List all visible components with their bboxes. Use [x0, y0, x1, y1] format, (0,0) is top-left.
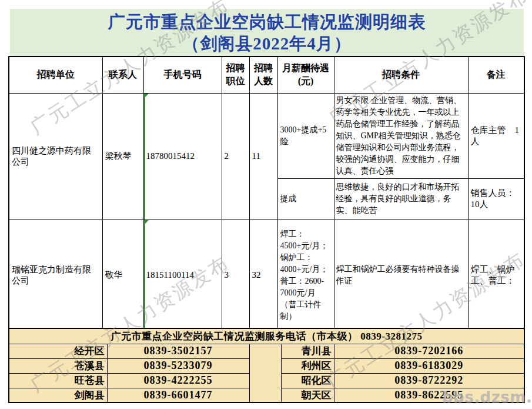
positions-cell: 2 — [222, 93, 249, 220]
phone-cell: 18151100114 — [143, 220, 222, 331]
district-label: 苍溪县 — [9, 358, 107, 373]
hotline-gap-cell — [249, 344, 281, 403]
hotline-header-row: 广元市重点企业空岗缺工情况监测服务电话（市本级） 0839-3281275 — [9, 328, 524, 344]
phone-cell: 18780015412 — [143, 93, 222, 220]
table-row: 瑞铭亚克力制造有限公司 敬华 18151100114 3 32 焊工：4500+… — [9, 220, 524, 331]
phone-value: 18151100114 — [146, 270, 194, 280]
district-phone: 0839-8722292 — [334, 373, 524, 388]
cell-flag-triangle-icon — [144, 220, 149, 225]
people-cell: 32 — [249, 220, 277, 331]
hotline-header: 广元市重点企业空岗缺工情况监测服务电话（市本级） 0839-3281275 — [9, 328, 524, 344]
header-contact: 联系人 — [102, 56, 143, 93]
district-label: 经开区 — [9, 344, 107, 358]
conditions-cell: 焊工和锅炉工必须要有特种设备操作证 — [334, 220, 468, 331]
district-phone: 0839-8622595 — [334, 388, 524, 403]
district-label: 旺苍县 — [9, 373, 107, 388]
header-positions: 招聘职位 — [222, 56, 249, 93]
salary-cell: 焊工：4500+元/月；锅炉工：4000+元/月； 普工：2600-7000元/… — [277, 220, 334, 331]
salary-cell: 3000+提成+5险 — [277, 93, 334, 178]
district-label: 昭化区 — [281, 373, 334, 388]
header-phone: 手机号码 — [143, 56, 222, 93]
hotline-table: 广元市重点企业空岗缺工情况监测服务电话（市本级） 0839-3281275 经开… — [8, 328, 525, 403]
district-label: 剑阁县 — [9, 388, 107, 403]
district-phone: 0839-3502157 — [107, 344, 249, 358]
cell-flag-triangle-icon — [144, 94, 149, 98]
contact-cell: 敬华 — [102, 220, 143, 331]
company-cell: 瑞铭亚克力制造有限公司 — [9, 220, 102, 331]
note-cell: 仓库主管 1人 — [468, 93, 524, 178]
conditions-cell: 思维敏捷，良好的口才和市场开拓经验，具有良好的职业道德，务实、能吃苦 — [334, 178, 468, 220]
header-note: 备注 — [468, 56, 524, 93]
company-cell: 四川健之源中药有限公司 — [9, 93, 102, 220]
district-label: 青川县 — [281, 344, 334, 358]
district-phone: 0839-7202166 — [334, 344, 524, 358]
table-row: 四川健之源中药有限公司 梁秋琴 18780015412 2 11 3000+提成… — [9, 93, 524, 178]
district-phone: 0839-6601477 — [107, 388, 249, 403]
district-phone: 0839-4222255 — [107, 373, 249, 388]
conditions-cell: 男女不限 企业管理、物流、营销、药学等相关专业优先，一年或以上药品仓储管理工作经… — [334, 93, 468, 178]
page-subtitle: （剑阁县2022年4月） — [10, 33, 524, 55]
salary-cell: 提成 — [277, 178, 334, 220]
district-label: 朝天区 — [281, 388, 334, 403]
people-cell: 11 — [249, 93, 277, 220]
header-conditions: 招聘条件 — [334, 56, 468, 93]
hotline-row: 经开区 0839-3502157 青川县 0839-7202166 — [9, 344, 524, 358]
note-cell: 焊工、锅炉工、普工： — [468, 220, 524, 331]
positions-cell: 3 — [222, 220, 249, 331]
monitoring-sheet: 广元市重点企业空岗缺工情况监测明细表 （剑阁县2022年4月） 招聘单位 联系人… — [0, 0, 532, 409]
header-company: 招聘单位 — [9, 56, 102, 93]
vacancy-table: 招聘单位 联系人 手机号码 招聘职位 招聘人数 月薪酬待遇(元) 招聘条件 备注… — [8, 56, 525, 332]
phone-value: 18780015412 — [146, 151, 195, 161]
page-title: 广元市重点企业空岗缺工情况监测明细表 — [10, 11, 524, 33]
note-cell: 销售人员：10人 — [468, 178, 524, 220]
district-phone: 0839-6183029 — [334, 358, 524, 373]
header-people: 招聘人数 — [249, 56, 277, 93]
district-phone: 0839-5233079 — [107, 358, 249, 373]
district-label: 利州区 — [281, 358, 334, 373]
contact-cell: 梁秋琴 — [102, 93, 143, 220]
table-header-row: 招聘单位 联系人 手机号码 招聘职位 招聘人数 月薪酬待遇(元) 招聘条件 备注 — [9, 56, 524, 93]
title-block: 广元市重点企业空岗缺工情况监测明细表 （剑阁县2022年4月） — [10, 9, 524, 56]
header-salary: 月薪酬待遇(元) — [277, 56, 334, 93]
